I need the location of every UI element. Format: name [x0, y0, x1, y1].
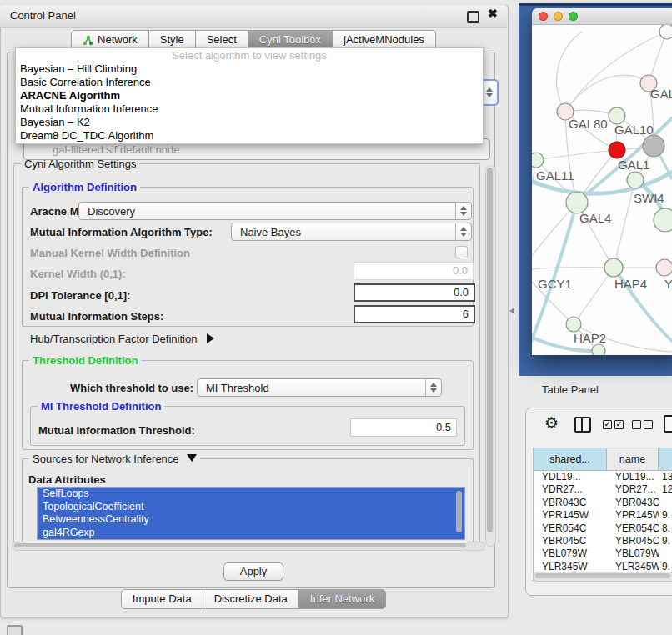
table-cell: YER054C: [607, 522, 659, 535]
table-row[interactable]: YDR27...YDR27...12: [534, 483, 672, 496]
close-panel-icon[interactable]: ✖: [488, 7, 498, 20]
algorithm-option[interactable]: Dream8 DC_TDC Algorithm: [16, 129, 483, 142]
minimized-panel-icon[interactable]: [7, 625, 23, 635]
attribute-item[interactable]: TopologicalCoefficient: [38, 501, 464, 514]
network-window-titlebar[interactable]: [532, 8, 672, 25]
network-node-y[interactable]: [656, 259, 672, 276]
algorithm-definition-title: Algorithm Definition: [29, 181, 140, 193]
panel-divider-arrow-icon[interactable]: [509, 308, 514, 314]
algorithm-option[interactable]: ARACNE Algorithm: [16, 89, 483, 102]
aracne-mode-value: Discovery: [88, 205, 135, 218]
network-node[interactable]: [643, 135, 664, 157]
network-node-label: GAL4: [579, 211, 611, 225]
manual-kernel-checkbox[interactable]: [455, 246, 468, 258]
which-threshold-value: MI Threshold: [206, 382, 269, 394]
algorithm-placeholder: Select algorithm to view settings: [16, 48, 483, 62]
network-node-gal11[interactable]: [532, 152, 544, 168]
table-cell: YER054C: [534, 522, 607, 535]
table-row[interactable]: YDL19...YDL19...13: [534, 471, 672, 483]
network-canvas[interactable]: GAL2GAL80GAL10GAL1GAL11SWI4GAL4GCY1HAP4Y…: [532, 25, 672, 355]
table-row[interactable]: YBR045CYBR045C9.: [534, 535, 672, 548]
table-cell: YBR043C: [607, 497, 659, 509]
new-table-icon[interactable]: [664, 415, 672, 432]
gear-icon[interactable]: ⚙: [544, 415, 559, 431]
list-scrollbar-thumb[interactable]: [456, 491, 462, 532]
network-node-gal1[interactable]: [609, 142, 625, 158]
float-panel-icon[interactable]: [467, 11, 479, 22]
attribute-item[interactable]: gal4RGexp: [38, 527, 464, 540]
mi-type-combo[interactable]: Naive Bayes: [231, 222, 472, 241]
close-button[interactable]: [539, 12, 548, 21]
network-tab-icon: [83, 35, 93, 46]
network-node-hap4[interactable]: [604, 258, 623, 277]
network-node-swi4[interactable]: [627, 172, 644, 188]
network-node[interactable]: [659, 25, 672, 39]
network-node-label: SWI4: [634, 191, 664, 205]
algorithm-option[interactable]: Bayesian – K2: [16, 116, 483, 129]
mi-steps-label: Mutual Information Steps:: [30, 310, 163, 322]
network-edge[interactable]: [574, 268, 614, 324]
algorithm-option[interactable]: Bayesian – Hill Climbing: [16, 62, 483, 76]
column-header-shared[interactable]: shared...: [534, 448, 607, 470]
dpi-tolerance-input[interactable]: 0.0: [354, 283, 475, 302]
hub-definition-toggle[interactable]: Hub/Transcription Factor Definition: [30, 332, 214, 345]
data-attributes-list[interactable]: SelfLoopsTopologicalCoefficientBetweenne…: [37, 487, 465, 540]
kernel-width-input[interactable]: 0.0: [354, 262, 474, 280]
tab-label: Style: [160, 32, 184, 48]
network-node[interactable]: [654, 208, 672, 232]
table-row[interactable]: YPR145WYPR145W9.: [534, 509, 672, 522]
attribute-item[interactable]: SelfLoops: [38, 488, 464, 501]
dpi-tolerance-label: DPI Tolerance [0,1]:: [30, 289, 130, 302]
table-cell: YBL079W: [534, 548, 607, 560]
mi-steps-input[interactable]: 6: [354, 305, 475, 323]
network-node-hap2[interactable]: [566, 317, 581, 332]
which-threshold-label: Which threshold to use:: [70, 382, 193, 394]
mi-threshold-input[interactable]: 0.5: [350, 418, 457, 437]
network-node[interactable]: [592, 344, 605, 355]
horizontal-scrollbar[interactable]: [12, 542, 485, 551]
minimize-button[interactable]: [554, 12, 563, 21]
network-edge[interactable]: [532, 267, 614, 270]
table-row[interactable]: YBR043CYBR043C: [534, 497, 672, 509]
table-row[interactable]: YBL079WYBL079W: [534, 548, 672, 560]
which-threshold-combo[interactable]: MI Threshold: [197, 378, 442, 397]
table-cell: YDR27...: [607, 483, 659, 496]
kernel-width-label: Kernel Width (0,1):: [30, 268, 126, 280]
tab-impute-data[interactable]: Impute Data: [121, 589, 203, 609]
aracne-mode-combo[interactable]: Discovery: [78, 202, 472, 220]
network-node-label: GAL2: [650, 87, 672, 101]
table-cell: YBL079W: [607, 548, 659, 560]
algorithm-option[interactable]: Basic Correlation Inference: [16, 76, 483, 89]
collapse-arrow-icon[interactable]: [187, 454, 197, 462]
apply-button[interactable]: Apply: [223, 562, 283, 581]
network-edge[interactable]: [557, 32, 582, 112]
tab-discretize-data[interactable]: Discretize Data: [203, 589, 299, 609]
table-horizontal-scrollbar[interactable]: [533, 572, 672, 582]
network-edge[interactable]: [565, 75, 649, 112]
network-edge[interactable]: [532, 202, 577, 270]
algorithm-option[interactable]: Mutual Information Inference: [16, 102, 483, 116]
deselect-all-icon[interactable]: [632, 420, 653, 429]
column-view-icon[interactable]: [574, 417, 591, 432]
control-panel-titlebar[interactable]: [0, 5, 507, 28]
tab-label: jActiveMNodules: [344, 32, 424, 48]
attribute-item[interactable]: BetweennessCentrality: [38, 513, 464, 527]
cyni-bottom-tabbar: Impute DataDiscretize DataInfer Network: [0, 589, 507, 609]
vertical-scrollbar[interactable]: [485, 165, 496, 547]
select-all-icon[interactable]: ✓✓: [603, 420, 624, 429]
network-node-gal10[interactable]: [609, 108, 625, 124]
mi-type-label: Mutual Information Algorithm Type:: [30, 226, 213, 238]
column-header-name[interactable]: name: [607, 448, 659, 470]
stepper-arrows-icon: [482, 81, 497, 104]
column-header-partial[interactable]: [659, 448, 672, 470]
tab-label: Discretize Data: [214, 591, 288, 608]
table-cell: YDL19...: [607, 471, 659, 483]
tab-label: Network: [98, 32, 138, 48]
network-edge[interactable]: [536, 150, 617, 160]
data-attributes-label: Data Attributes: [28, 473, 106, 486]
network-node-label: Y: [664, 277, 672, 291]
tab-infer-network[interactable]: Infer Network: [299, 589, 386, 609]
table-cell: 9.: [659, 509, 672, 522]
zoom-button[interactable]: [569, 12, 578, 21]
table-row[interactable]: YER054CYER054C8.: [534, 522, 672, 535]
